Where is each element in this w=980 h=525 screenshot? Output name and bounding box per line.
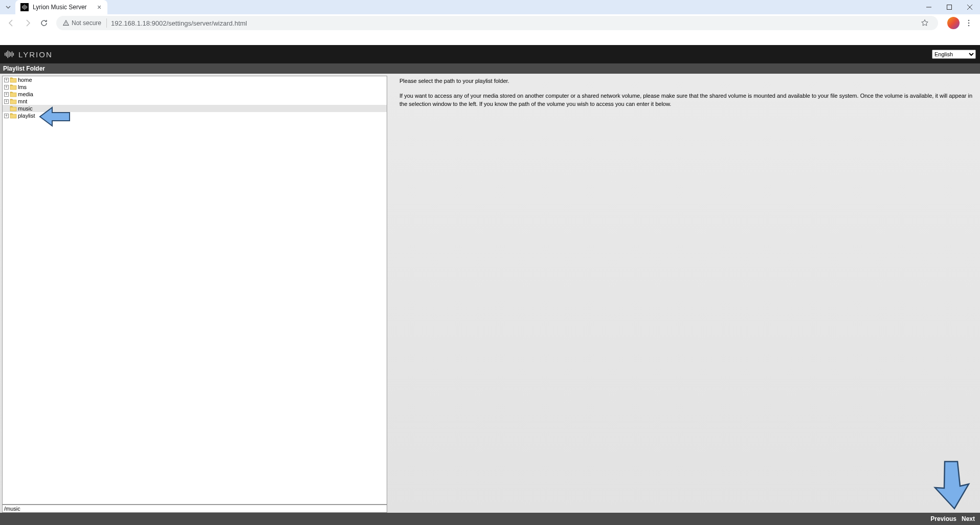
tree-node-label: lms (18, 84, 27, 90)
window-maximize-button[interactable] (939, 0, 960, 14)
tree-node-lms[interactable]: +lms (3, 83, 387, 91)
instructions-panel: Please select the path to your playlist … (399, 76, 978, 513)
window-controls (919, 0, 980, 14)
svg-point-10 (65, 24, 66, 25)
profile-avatar[interactable] (947, 17, 960, 29)
tree-node-music[interactable]: music (3, 105, 387, 112)
tree-expand-icon[interactable]: + (4, 92, 9, 97)
tab-search-dropdown[interactable] (2, 1, 14, 13)
wizard-content: +home+lms+media+mntmusic+playlist Please… (0, 74, 980, 513)
folder-browser-panel: +home+lms+media+mntmusic+playlist (2, 76, 387, 513)
tree-node-media[interactable]: +media (3, 91, 387, 98)
folder-icon (10, 77, 17, 83)
folder-icon (10, 105, 17, 112)
svg-point-13 (968, 25, 970, 27)
tree-node-label: music (18, 105, 33, 112)
tree-node-playlist[interactable]: +playlist (3, 112, 387, 119)
folder-icon (10, 84, 17, 90)
app-logo[interactable]: LYRION (4, 49, 53, 60)
app-header: LYRION English (0, 45, 980, 63)
instruction-line-1: Please select the path to your playlist … (399, 77, 974, 85)
folder-icon (10, 113, 17, 119)
language-select[interactable]: English (932, 50, 976, 59)
section-title: Playlist Folder (3, 65, 45, 72)
folder-icon (10, 98, 17, 104)
back-button[interactable] (4, 16, 18, 30)
svg-point-12 (968, 23, 970, 24)
tree-node-mnt[interactable]: +mnt (3, 98, 387, 105)
browser-tab[interactable]: Lyrion Music Server × (15, 0, 107, 14)
tab-close-icon[interactable]: × (95, 3, 103, 11)
folder-tree[interactable]: +home+lms+media+mntmusic+playlist (2, 76, 387, 505)
section-header: Playlist Folder (0, 63, 980, 74)
tree-node-home[interactable]: +home (3, 76, 387, 83)
svg-rect-6 (947, 5, 952, 10)
url-text: 192.168.1.18:9002/settings/server/wizard… (111, 19, 247, 27)
app-brand-text: LYRION (18, 50, 53, 59)
forward-button[interactable] (20, 16, 35, 30)
tree-node-label: home (18, 77, 32, 83)
path-input[interactable] (2, 505, 387, 513)
folder-icon (10, 91, 17, 97)
browser-menu-button[interactable] (962, 16, 976, 30)
instruction-line-2: If you want to access any of your media … (399, 92, 974, 108)
soundwave-icon (4, 49, 15, 60)
svg-point-11 (968, 20, 970, 21)
reload-button[interactable] (37, 16, 51, 30)
tab-favicon-icon (20, 3, 29, 11)
tab-title: Lyrion Music Server (33, 4, 91, 11)
security-badge[interactable]: Not secure (62, 18, 107, 28)
tree-node-label: mnt (18, 98, 27, 104)
warning-icon (62, 19, 70, 27)
tree-node-label: playlist (18, 113, 35, 119)
security-label: Not secure (72, 19, 101, 27)
browser-tab-bar: Lyrion Music Server × (0, 0, 980, 14)
bookmark-star-icon[interactable] (918, 16, 932, 30)
tree-expand-icon[interactable]: + (4, 78, 9, 82)
window-close-button[interactable] (960, 0, 980, 14)
window-minimize-button[interactable] (919, 0, 939, 14)
browser-toolbar: Not secure 192.168.1.18:9002/settings/se… (0, 14, 980, 32)
tree-node-label: media (18, 91, 33, 97)
address-bar[interactable]: Not secure 192.168.1.18:9002/settings/se… (56, 16, 938, 30)
tree-expand-icon[interactable]: + (4, 114, 9, 118)
tree-expand-icon[interactable]: + (4, 85, 9, 90)
tree-expand-icon[interactable]: + (4, 99, 9, 104)
